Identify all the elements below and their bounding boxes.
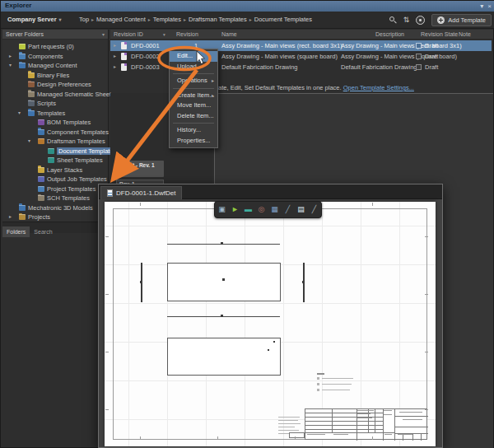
sidebar-item[interactable]: Document Templates xyxy=(2,147,108,156)
column-header[interactable]: Description xyxy=(375,31,404,37)
sidebar-item[interactable]: Part requests (0) xyxy=(2,42,108,52)
sidebar-item[interactable]: Layer Stacks xyxy=(2,166,108,175)
description-cell: Assy Drawing - Main views (square board) xyxy=(341,53,457,60)
sidebar-item[interactable]: Output Job Templates xyxy=(2,175,108,184)
column-header[interactable]: Name xyxy=(221,31,237,37)
menu-item-properties[interactable]: Properties... xyxy=(170,136,217,147)
settings-icon[interactable] xyxy=(416,16,425,25)
sidebar-item[interactable]: ▸Projects xyxy=(2,212,108,222)
revision-id-cell: DFD-0003 xyxy=(131,63,160,71)
panel-menu-icon[interactable]: ▾ xyxy=(480,1,483,12)
sidebar-item[interactable]: Mechatronic 3D Models xyxy=(2,203,108,213)
close-icon[interactable]: × xyxy=(487,1,492,12)
collapse-icon[interactable]: ▾ xyxy=(28,138,30,143)
place-view-icon[interactable]: ► xyxy=(231,204,240,215)
open-template-settings-link[interactable]: Open Template Settings... xyxy=(343,84,414,91)
list-header: Revision IDRevisionNameDescriptionRevisi… xyxy=(110,30,493,40)
breadcrumb-item[interactable]: Managed Content xyxy=(96,16,146,23)
sidebar-item[interactable]: Managed Schematic Sheets xyxy=(2,90,108,100)
sidebar-header[interactable]: Server Folders ▾ xyxy=(2,30,108,40)
collapse-icon[interactable]: ▾ xyxy=(9,62,12,68)
search-icon[interactable] xyxy=(389,16,397,24)
title-block-line xyxy=(394,427,428,427)
sidebar-item-label: Projects xyxy=(28,213,50,221)
menu-item-label: Delete Item... xyxy=(177,112,214,119)
breadcrumb-item[interactable]: Draftsman Templates xyxy=(189,16,247,23)
sort-icon: ▾ xyxy=(163,32,165,37)
add-template-button[interactable]: Add Template xyxy=(431,14,492,26)
sidebar-item[interactable]: ▾Draftsman Templates xyxy=(2,137,108,147)
sidebar-item[interactable]: BOM Templates xyxy=(2,118,108,128)
menu-item-create-item[interactable]: Create Item...▸ xyxy=(170,91,217,101)
tab-search[interactable]: Search xyxy=(30,226,56,237)
sidebar-item[interactable]: ▾Managed Content xyxy=(2,61,108,71)
note-text-line xyxy=(322,390,350,390)
add-template-label: Add Template xyxy=(448,16,486,24)
title-block-line xyxy=(412,433,413,441)
column-header[interactable]: Revision ID xyxy=(114,31,143,37)
menu-item-upload[interactable]: Upload xyxy=(170,62,217,72)
zone-tick xyxy=(140,203,141,206)
sidebar-item[interactable]: Sheet Templates xyxy=(2,156,108,166)
expand-icon[interactable]: ▸ xyxy=(114,42,116,48)
column-header[interactable]: Revision State xyxy=(421,31,458,37)
section-view-icon[interactable]: ◎ xyxy=(257,204,267,215)
board-main-view xyxy=(167,338,281,376)
name-cell: Default Fabrication Drawing xyxy=(221,63,298,71)
document-icon xyxy=(107,189,113,197)
table-row[interactable]: ▸DFD-0002Assy Drawing - Main views (squa… xyxy=(110,51,492,62)
sidebar-tabs: FoldersSearch xyxy=(2,222,108,233)
menu-item-label: Move Item... xyxy=(177,101,211,109)
title-block-text-line xyxy=(384,414,392,415)
board-view-icon[interactable]: ▣ xyxy=(217,204,227,215)
zone-tick xyxy=(140,436,141,440)
assembly-view-icon[interactable]: ▬ xyxy=(244,204,254,215)
state-checkbox-icon[interactable] xyxy=(416,43,422,49)
collapse-icon[interactable]: ▾ xyxy=(18,110,21,115)
table-row[interactable]: ▸DFD-00011Assy Drawing - Main views (rec… xyxy=(110,40,492,51)
menu-item-operations[interactable]: Operations▸ xyxy=(170,76,217,86)
table-icon[interactable]: ▤ xyxy=(296,204,306,215)
expand-icon[interactable]: ▸ xyxy=(9,213,12,219)
expand-icon[interactable]: ▸ xyxy=(9,53,12,58)
state-checkbox-icon[interactable] xyxy=(416,54,422,59)
menu-item-move-item[interactable]: Move Item... xyxy=(170,100,217,111)
sidebar-item-label: Components xyxy=(28,53,63,60)
table-row[interactable]: ▸DFD-0003Default Fabrication DrawingDefa… xyxy=(110,62,492,72)
breadcrumb-separator-icon: ▸ xyxy=(91,17,94,22)
breadcrumb-item[interactable]: Templates xyxy=(153,16,181,23)
sidebar-item[interactable]: Project Templates xyxy=(2,184,108,194)
drawing-canvas[interactable]: ▣►▬◎▦╱▤╱ xyxy=(99,199,442,447)
breadcrumb-item[interactable]: Document Templates xyxy=(254,16,312,23)
sync-icon[interactable]: ⇅ xyxy=(403,16,410,24)
fabrication-view-icon[interactable]: ╱ xyxy=(283,204,293,215)
menu-item-history[interactable]: History... xyxy=(170,125,217,136)
state-checkbox-icon[interactable] xyxy=(416,64,422,70)
column-header[interactable]: Revision xyxy=(176,31,198,37)
description-cell: Default Fabrication Drawing xyxy=(341,63,417,71)
sidebar-item[interactable]: Design Preferences xyxy=(2,80,108,90)
sidebar-item[interactable]: Binary Files xyxy=(2,71,108,81)
folder-icon xyxy=(19,205,26,211)
expand-icon[interactable]: ▸ xyxy=(114,63,116,69)
line-icon[interactable]: ╱ xyxy=(310,204,319,215)
sidebar-item[interactable]: ▾Templates xyxy=(2,109,108,119)
server-dropdown[interactable]: Company Server▾ xyxy=(7,16,62,23)
menu-item-edit[interactable]: Edit... xyxy=(170,51,217,62)
sidebar-item[interactable]: Scripts xyxy=(2,99,108,109)
latest-revision-tab[interactable]: Latest - Rev. 1 Draft xyxy=(116,161,164,177)
expand-icon[interactable]: ▸ xyxy=(114,53,116,58)
menu-item-delete-item[interactable]: Delete Item... xyxy=(170,111,217,122)
tab-folders[interactable]: Folders xyxy=(2,226,30,237)
revision-id-cell: DFD-0002 xyxy=(131,53,160,60)
document-icon xyxy=(19,44,26,49)
column-header[interactable]: Note xyxy=(459,31,471,37)
sidebar-item[interactable]: ▸Components xyxy=(2,52,108,62)
sidebar-item-label: Design Preferences xyxy=(37,81,91,88)
sidebar-item[interactable]: SCH Templates xyxy=(2,194,108,203)
sidebar-item[interactable]: Component Templates xyxy=(2,128,108,138)
detail-view-icon[interactable]: ▦ xyxy=(270,204,280,215)
document-tab[interactable]: DFD-0001-1.DwfDet xyxy=(100,186,182,199)
zone-tick xyxy=(217,436,218,440)
breadcrumb-item[interactable]: Top xyxy=(79,16,89,23)
